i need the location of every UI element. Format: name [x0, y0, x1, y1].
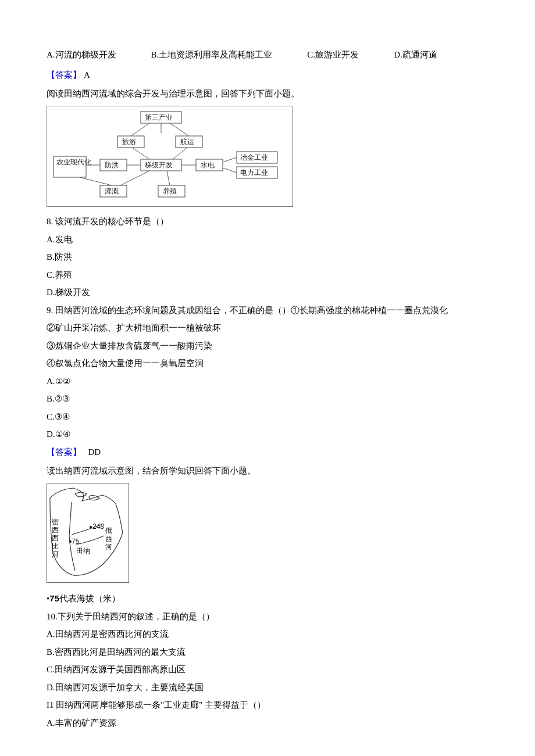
q9-opt-c: C.③④: [47, 409, 488, 425]
dg-cascade: 梯级开发: [144, 161, 173, 169]
flow-diagram: .box { fill: none; stroke: #444; stroke-…: [47, 106, 293, 207]
q10-opt-c: C.田纳西河发源于美国西部高原山区: [47, 661, 488, 678]
svg-line-3: [131, 123, 149, 136]
q7-opt-d: D.疏通河道: [394, 46, 437, 63]
intro-1: 阅读田纳西河流域的综合开发与治理示意图，回答下列下面小题。: [47, 85, 488, 102]
q9-stem: 9. 田纳西河流域的生态环境问题及其成因组合，不正确的是（）①长期高强度的棉花种…: [47, 302, 488, 319]
answer-value: A: [84, 70, 90, 80]
answer-7: 【答案】A: [47, 67, 488, 84]
map-miss-b: 西: [52, 526, 59, 534]
dg-tourism: 旅游: [122, 138, 136, 146]
map-tian: 田纳: [76, 547, 90, 555]
q11-opt-a: A.丰富的矿产资源: [47, 715, 488, 732]
svg-line-17: [132, 148, 149, 159]
map-miss-a: 密: [52, 518, 59, 526]
note-75: •75代表海拔（米）: [47, 590, 488, 607]
dg-shipping: 航运: [180, 138, 194, 146]
map-svg: .mline { stroke: #333; stroke-width: 1.2…: [47, 483, 129, 582]
dg-irrigation: 灌溉: [105, 187, 119, 195]
q7-opt-c: C.旅游业开发: [307, 46, 359, 63]
map-miss-c: 西: [52, 534, 59, 542]
answer-value: DD: [88, 447, 101, 457]
map-miss-d: 比: [52, 542, 59, 550]
svg-line-21: [120, 171, 149, 185]
svg-line-22: [167, 171, 170, 185]
svg-line-15: [223, 157, 237, 162]
q9-opt-d: D.①④: [47, 426, 488, 443]
q9-opt-a: A.①②: [47, 373, 488, 390]
q9-opt-b: B.②③: [47, 390, 488, 407]
dg-flood: 防洪: [105, 161, 119, 169]
dg-hydro: 水电: [201, 161, 215, 169]
q7-opt-a: A.河流的梯级开发: [47, 46, 116, 63]
q10-stem: 10.下列关于田纳西河的叙述，正确的是（）: [47, 608, 488, 625]
svg-line-16: [223, 168, 237, 173]
diagram-svg: .box { fill: none; stroke: #444; stroke-…: [51, 110, 289, 203]
svg-point-25: [90, 526, 92, 528]
q9-line3: ③炼铜企业大量排放含硫废气一一酸雨污染: [47, 338, 488, 354]
q8-opt-b: B.防洪: [47, 249, 488, 266]
svg-line-23: [80, 177, 112, 185]
q9-line4: ④叙氯点化合物大量使用一一臭氧层空洞: [47, 355, 488, 372]
q9-line2: ②矿山开采冶炼、扩大耕地面积一一植被破坏: [47, 320, 488, 336]
svg-line-4: [170, 123, 189, 136]
map-miss-e: 河: [52, 550, 59, 558]
answer-label: 【答案】: [47, 447, 81, 457]
map-diagram: .mline { stroke: #333; stroke-width: 1.2…: [47, 483, 129, 583]
answer-label: 【答案】: [47, 70, 81, 80]
q10-opt-d: D.田纳西河发源于加拿大，主要流经美国: [47, 679, 488, 696]
map-248: 248: [92, 522, 104, 531]
svg-point-24: [69, 540, 72, 543]
q8-opt-c: C.养殖: [47, 267, 488, 284]
note-75-rest: 代表海拔（米）: [59, 594, 120, 603]
map-ohio1: 俄: [105, 526, 112, 535]
q7-opt-b: B.土地资源利用率及高耗能工业: [151, 46, 273, 63]
intro-2: 读出纳西河流域示意图，结合所学知识回答下面小题。: [47, 463, 488, 479]
dg-top: 第三产业: [145, 113, 173, 121]
dg-power: 电力工业: [240, 169, 268, 177]
map-ohio2: 西: [105, 535, 112, 543]
q8-opt-a: A.发电: [47, 231, 488, 248]
q7-options: A.河流的梯级开发 B.土地资源利用率及高耗能工业 C.旅游业开发 D.疏通河道: [47, 46, 488, 63]
q11-stem: I1 田纳西河两岸能够形成一条"工业走廊" 主要得益于（）: [47, 697, 488, 714]
q8-stem: 8. 该河流开发的核心环节是（）: [47, 213, 488, 230]
answer-89: 【答案】 DD: [47, 444, 488, 461]
dg-metal: 冶金工业: [240, 153, 268, 162]
q10-opt-a: A.田纳西河是密西西比河的支流: [47, 626, 488, 643]
svg-line-18: [173, 148, 187, 159]
map-75: 75: [72, 538, 80, 546]
q10-opt-b: B.密西西比河是田纳西河的最大支流: [47, 644, 488, 661]
q8-opt-d: D.梯级开发: [47, 284, 488, 301]
note-75-bold: 75: [49, 593, 59, 603]
dg-farming: 养殖: [163, 187, 177, 195]
map-ohio3: 河: [105, 543, 112, 551]
